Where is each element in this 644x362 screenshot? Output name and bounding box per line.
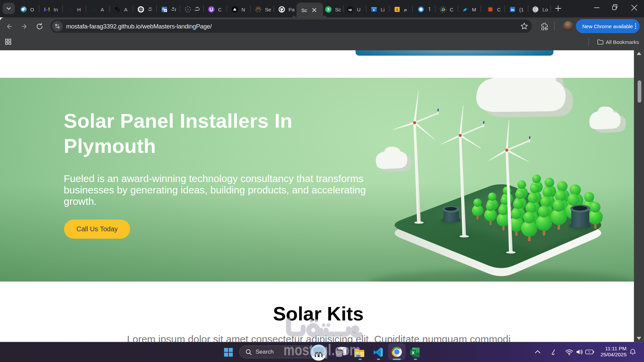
svg-text:X: X xyxy=(412,350,415,355)
svg-text:alx: alx xyxy=(68,8,73,11)
svg-text:mostaql.com: mostaql.com xyxy=(283,344,361,359)
svg-text:G: G xyxy=(162,7,164,11)
svg-text:alx: alx xyxy=(92,8,96,11)
svg-text:up: up xyxy=(348,8,352,11)
svg-text:5: 5 xyxy=(396,8,398,12)
svg-text:in: in xyxy=(511,8,514,12)
svg-text:fi: fi xyxy=(327,8,329,11)
